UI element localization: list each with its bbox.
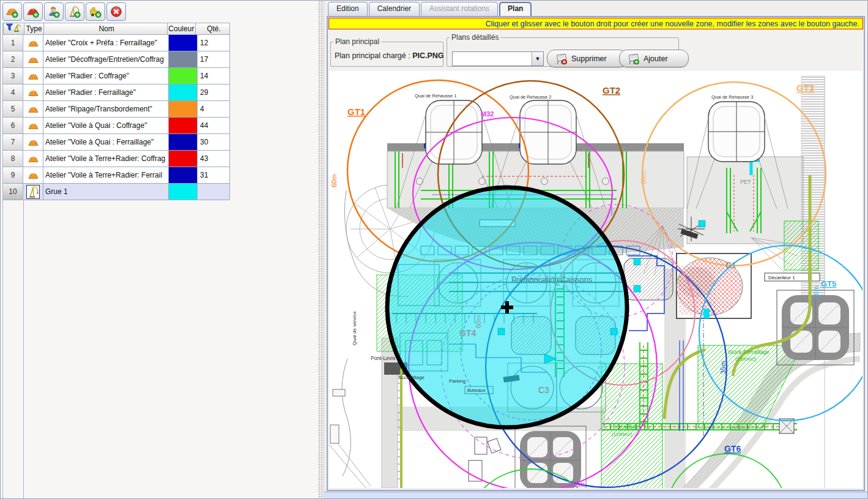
add-atelier-orange-button[interactable] [2, 2, 22, 21]
row-num: 6 [2, 118, 23, 134]
color-swatch [169, 167, 197, 183]
label-m32: M32 [481, 110, 494, 118]
workshop-planner-window: Type Nom Couleur Qté. 1 Atelier "Croix +… [0, 0, 868, 499]
add-crane-button[interactable] [65, 2, 84, 21]
tab-assistant-rotations[interactable]: Assistant rotations [421, 2, 498, 16]
crane-icon [26, 185, 40, 199]
header-couleur[interactable]: Couleur [168, 23, 196, 35]
zone-grue1[interactable] [387, 187, 627, 427]
qty-value: 43 [198, 151, 230, 167]
type-cell [23, 167, 43, 184]
label-parking: Parking [449, 378, 466, 384]
label-c1: C1 [725, 260, 736, 270]
tab-calendrier[interactable]: Calendrier [369, 2, 420, 16]
color-swatch [169, 184, 197, 200]
color-cell[interactable] [169, 134, 198, 151]
type-cell [23, 151, 43, 167]
helmet-icon [28, 38, 39, 48]
table-row[interactable]: 3 Atelier "Radier : Coffrage" 14 [2, 68, 230, 84]
type-cell [23, 118, 43, 134]
atelier-name: Atelier "Radier : Ferraillage" [43, 84, 169, 101]
tab-plan[interactable]: Plan [499, 2, 532, 16]
table-row[interactable]: 8 Atelier "Voile à Terre+Radier: Coffrag… [2, 151, 230, 167]
table-body: 1 Atelier "Croix + Préfa : Ferraillage" … [2, 35, 230, 200]
label-ferraillage-area: (1190m2) [612, 432, 632, 437]
label-gt3: GT3 [796, 83, 814, 93]
panel-splitter[interactable] [318, 1, 324, 499]
helmet-icon [28, 121, 39, 131]
helmet-icon [28, 71, 39, 81]
row-num: 7 [2, 134, 23, 151]
label-gt2: GT2 [603, 85, 620, 96]
type-cell [23, 134, 43, 151]
color-cell[interactable] [169, 51, 198, 68]
color-cell[interactable] [169, 68, 198, 84]
row-number-guide [23, 200, 24, 499]
helmet-icon [28, 54, 39, 65]
qty-value [198, 184, 230, 200]
color-cell[interactable] [169, 184, 198, 200]
table-row[interactable]: 9 Atelier "Voile à Terre+Radier: Ferrail… [2, 167, 230, 184]
tab-bar: Edition Calendrier Assistant rotations P… [328, 2, 532, 16]
color-swatch [169, 151, 197, 167]
add-atelier-red-button[interactable] [23, 2, 43, 21]
add-worker-button[interactable] [44, 2, 64, 21]
color-swatch [169, 134, 197, 150]
header-type[interactable]: Type [24, 23, 45, 35]
label-60m-gt1: 60m [330, 174, 338, 187]
qty-value: 44 [198, 118, 230, 134]
atelier-name: Atelier "Croix + Préfa : Ferraillage" [43, 35, 169, 51]
delete-button[interactable] [106, 2, 126, 21]
label-decanteur1: Décanteur 1 [768, 275, 795, 280]
table-row[interactable]: 10 Grue 1 [2, 184, 230, 200]
chevron-down-icon: ▼ [532, 52, 543, 66]
table-row[interactable]: 6 Atelier "Voile à Quai : Coffrage" 44 [2, 118, 230, 134]
label-quai1: Quai de Rehausse 1 [415, 93, 456, 99]
label-quai3: Quai de Rehausse 3 [711, 94, 753, 100]
add-truck-button[interactable] [86, 2, 105, 21]
atelier-name: Atelier "Radier : Coffrage" [43, 68, 169, 84]
filter-header-cell[interactable] [3, 23, 24, 35]
helmet-icon [28, 88, 39, 98]
row-num: 2 [2, 51, 23, 68]
color-cell[interactable] [169, 151, 198, 167]
supprimer-button[interactable]: Supprimer [547, 50, 628, 67]
ajouter-button[interactable]: Ajouter [619, 50, 689, 67]
bottom-strip [324, 492, 868, 499]
qty-value: 29 [198, 84, 230, 101]
color-cell[interactable] [169, 167, 198, 184]
atelier-name: Atelier "Voile à Terre+Radier: Ferrail [43, 167, 169, 184]
table-row[interactable]: 2 Atelier "Décoffrage/Entretien/Coffrag … [2, 51, 230, 68]
qty-value: 17 [198, 51, 230, 68]
header-qte[interactable]: Qté. [196, 23, 230, 35]
atelier-name: Grue 1 [43, 184, 169, 200]
tab-edition[interactable]: Edition [328, 2, 368, 16]
table-row[interactable]: 1 Atelier "Croix + Préfa : Ferraillage" … [2, 35, 230, 51]
plans-detailles-title: Plans détaillés [450, 33, 500, 42]
color-swatch [169, 51, 197, 67]
type-cell [23, 84, 43, 101]
label-pet: PET [740, 179, 751, 185]
table-row[interactable]: 7 Atelier "Voile à Quai : Ferraillage" 3… [2, 134, 230, 151]
color-cell[interactable] [169, 101, 198, 118]
color-cell[interactable] [169, 118, 198, 134]
color-cell[interactable] [169, 84, 198, 101]
type-cell [23, 184, 43, 200]
type-cell [23, 68, 43, 84]
table-row[interactable]: 5 Atelier "Ripage/Transbordement" 4 [2, 101, 230, 118]
detail-plan-select[interactable]: ▼ [452, 51, 544, 66]
qty-value: 30 [198, 134, 230, 151]
row-num: 4 [2, 84, 23, 101]
easel-add-icon [627, 53, 640, 65]
plan-principal-title: Plan principal [333, 37, 381, 46]
table-row[interactable]: 4 Atelier "Radier : Ferraillage" 29 [2, 84, 230, 101]
color-cell[interactable] [169, 35, 198, 51]
atelier-name: Atelier "Décoffrage/Entretien/Coffrag [43, 51, 169, 68]
site-plan[interactable]: GT1 GT2 GT3 GT4 GT5 GT6 M32 60m 60m 60m … [329, 71, 862, 488]
header-nom[interactable]: Nom [44, 23, 167, 35]
atelier-table: Type Nom Couleur Qté. 1 Atelier "Croix +… [2, 23, 230, 200]
detail-plan-value [453, 52, 532, 66]
qty-value: 31 [198, 167, 230, 184]
atelier-name: Atelier "Voile à Terre+Radier: Coffrag [43, 151, 169, 167]
table-header: Type Nom Couleur Qté. [2, 23, 230, 35]
